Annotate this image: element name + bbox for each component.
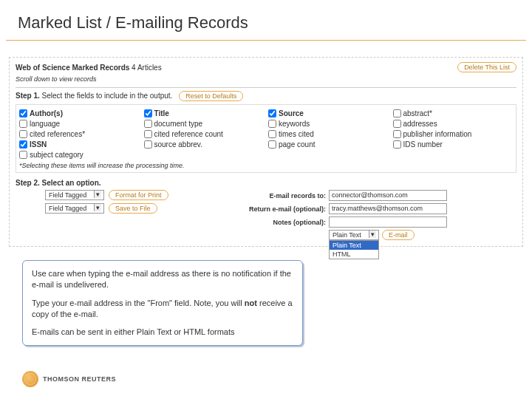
checkbox-pubinfo[interactable] (393, 130, 401, 138)
print-save-column: Field Tagged Format for Print Field Tagg… (16, 190, 237, 240)
format-for-print-button[interactable]: Format for Print (109, 190, 168, 200)
notes-label: Notes (optional): (237, 219, 326, 226)
instruction-callout: Use care when typing the e-mail address … (22, 260, 303, 346)
scroll-hint: Scroll down to view records (16, 75, 516, 83)
step2-label: Step 2. Select an option. (16, 179, 516, 187)
label-citedrefs: cited references* (30, 130, 85, 138)
label-idsnum: IDS number (403, 140, 443, 149)
callout-p1: Use care when typing the e-mail address … (32, 268, 293, 290)
delete-list-button[interactable]: Delete This List (457, 62, 516, 72)
callout-p2a: Type your e-mail address in the "From" f… (32, 299, 245, 307)
label-pubinfo: publisher information (403, 130, 472, 138)
return-email-label: Return e-mail (optional): (237, 205, 326, 213)
email-to-input[interactable]: connector@thomson.com (329, 190, 447, 201)
panel-header-title-wrap: Web of Science Marked Records 4 Articles (16, 64, 162, 72)
article-count: 4 Articles (132, 64, 162, 72)
checkbox-issn[interactable] (19, 140, 27, 149)
label-subjcat: subject category (30, 151, 83, 159)
label-authors: Author(s) (30, 109, 63, 117)
fields-box: Author(s) Title Source abstract* languag… (16, 104, 516, 173)
label-issn: ISSN (30, 140, 47, 149)
checkbox-sourceabbrev[interactable] (144, 140, 152, 149)
label-sourceabbrev: source abbrev. (154, 140, 202, 149)
callout-p3: E-mails can be sent in either Plain Text… (32, 327, 293, 338)
email-button[interactable]: E-mail (382, 230, 415, 240)
checkbox-abstract[interactable] (393, 109, 401, 117)
thomson-reuters-icon (22, 371, 38, 387)
label-timescited: times cited (279, 130, 314, 138)
label-language: language (30, 120, 60, 128)
panel-header-title: Web of Science Marked Records (16, 64, 129, 72)
notes-input[interactable] (329, 216, 447, 228)
step1-prefix: Step 1. (16, 92, 42, 100)
reset-defaults-button[interactable]: Reset to Defaults (179, 91, 243, 101)
title-underline (6, 40, 526, 41)
divider (16, 87, 516, 88)
marked-records-panel: Web of Science Marked Records 4 Articles… (9, 57, 523, 247)
checkbox-citedrefs[interactable] (19, 130, 27, 138)
label-keywords: keywords (279, 120, 310, 128)
slide-title: Marked List / E-mailing Records (0, 0, 532, 40)
label-citedrefcount: cited reference count (154, 130, 223, 138)
format-select-save[interactable]: Field Tagged (45, 203, 104, 214)
format-select-print[interactable]: Field Tagged (45, 190, 104, 200)
step1-label: Step 1. Select the fields to include in … (16, 91, 516, 101)
checkbox-idsnum[interactable] (393, 140, 401, 149)
footer-logo: THOMSON REUTERS (22, 371, 116, 387)
fields-footnote: *Selecting these items will increase the… (19, 162, 513, 169)
label-pagecount: page count (279, 140, 316, 149)
checkbox-doctype[interactable] (144, 120, 152, 128)
checkbox-subjcat[interactable] (19, 151, 27, 159)
checkbox-source[interactable] (268, 109, 276, 117)
panel-header: Web of Science Marked Records 4 Articles… (16, 62, 516, 72)
email-to-label: E-mail records to: (237, 192, 326, 200)
label-source: Source (279, 109, 304, 117)
checkbox-pagecount[interactable] (268, 140, 276, 149)
checkbox-addresses[interactable] (393, 120, 401, 128)
label-abstract: abstract* (403, 109, 432, 117)
email-column: E-mail records to: connector@thomson.com… (237, 190, 516, 240)
return-email-input[interactable]: tracy.matthews@thomson.com (329, 203, 447, 214)
checkbox-language[interactable] (19, 120, 27, 128)
callout-p2: Type your e-mail address in the "From" f… (32, 298, 293, 320)
save-to-file-button[interactable]: Save to File (109, 203, 157, 214)
checkbox-timescited[interactable] (268, 130, 276, 138)
dropdown-option-html[interactable]: HTML (330, 250, 378, 259)
label-addresses: addresses (403, 120, 437, 128)
dropdown-option-plaintext[interactable]: Plain Text (330, 241, 378, 250)
step2-section: Step 2. Select an option. Field Tagged F… (16, 179, 516, 240)
email-format-dropdown: Plain Text HTML (329, 240, 379, 259)
checkbox-citedrefcount[interactable] (144, 130, 152, 138)
fields-grid: Author(s) Title Source abstract* languag… (19, 109, 513, 159)
checkbox-keywords[interactable] (268, 120, 276, 128)
label-doctype: document type (154, 120, 203, 128)
step1-text: Select the fields to include in the outp… (42, 92, 173, 100)
callout-p2b: not (245, 299, 257, 307)
checkbox-title[interactable] (144, 109, 152, 117)
label-title: Title (154, 109, 169, 117)
thomson-reuters-text: THOMSON REUTERS (43, 375, 116, 383)
email-format-select[interactable]: Plain Text (329, 230, 379, 240)
checkbox-authors[interactable] (19, 109, 27, 117)
